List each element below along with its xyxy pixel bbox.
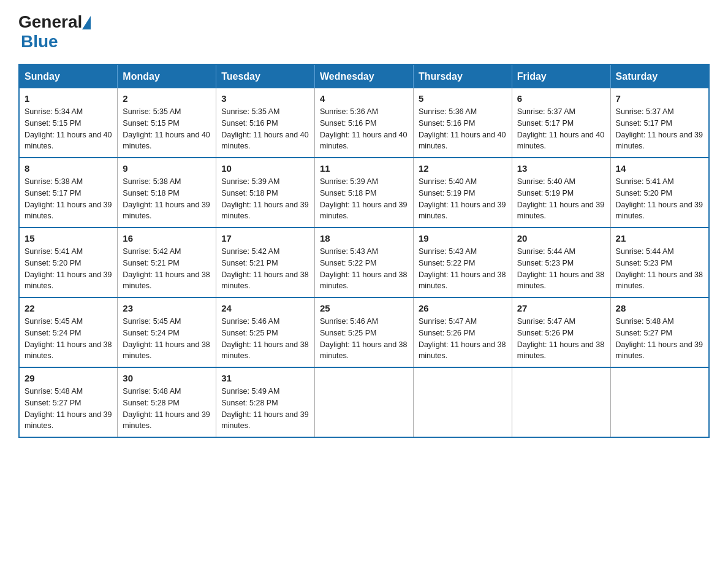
calendar-header-sunday: Sunday bbox=[19, 64, 118, 88]
day-number: 21 bbox=[616, 233, 703, 243]
calendar-cell: 6 Sunrise: 5:37 AMSunset: 5:17 PMDayligh… bbox=[512, 88, 610, 158]
day-info: Sunrise: 5:41 AMSunset: 5:20 PMDaylight:… bbox=[25, 246, 112, 292]
logo-blue-text: Blue bbox=[21, 32, 58, 51]
calendar-cell: 1 Sunrise: 5:34 AMSunset: 5:15 PMDayligh… bbox=[19, 88, 118, 158]
day-info: Sunrise: 5:47 AMSunset: 5:26 PMDaylight:… bbox=[419, 316, 507, 362]
day-number: 27 bbox=[517, 303, 605, 313]
calendar-cell: 25 Sunrise: 5:46 AMSunset: 5:25 PMDaylig… bbox=[315, 297, 414, 367]
day-number: 15 bbox=[25, 233, 112, 243]
day-number: 20 bbox=[517, 233, 605, 243]
day-info: Sunrise: 5:48 AMSunset: 5:27 PMDaylight:… bbox=[616, 316, 703, 362]
day-info: Sunrise: 5:36 AMSunset: 5:16 PMDaylight:… bbox=[320, 106, 408, 152]
day-number: 3 bbox=[221, 93, 309, 104]
day-number: 2 bbox=[123, 93, 211, 104]
day-info: Sunrise: 5:40 AMSunset: 5:19 PMDaylight:… bbox=[517, 176, 605, 222]
logo-general-text: General bbox=[18, 12, 82, 32]
day-info: Sunrise: 5:47 AMSunset: 5:26 PMDaylight:… bbox=[517, 316, 605, 362]
calendar-cell: 14 Sunrise: 5:41 AMSunset: 5:20 PMDaylig… bbox=[610, 158, 709, 228]
day-info: Sunrise: 5:44 AMSunset: 5:23 PMDaylight:… bbox=[616, 246, 703, 292]
day-info: Sunrise: 5:35 AMSunset: 5:16 PMDaylight:… bbox=[221, 106, 309, 152]
day-info: Sunrise: 5:48 AMSunset: 5:28 PMDaylight:… bbox=[123, 386, 211, 432]
calendar-cell: 11 Sunrise: 5:39 AMSunset: 5:18 PMDaylig… bbox=[315, 158, 414, 228]
calendar-cell: 12 Sunrise: 5:40 AMSunset: 5:19 PMDaylig… bbox=[413, 158, 512, 228]
day-number: 26 bbox=[419, 303, 507, 313]
day-number: 23 bbox=[123, 303, 211, 313]
calendar-cell: 8 Sunrise: 5:38 AMSunset: 5:17 PMDayligh… bbox=[19, 158, 118, 228]
day-info: Sunrise: 5:42 AMSunset: 5:21 PMDaylight:… bbox=[221, 246, 309, 292]
calendar-week-row: 8 Sunrise: 5:38 AMSunset: 5:17 PMDayligh… bbox=[19, 158, 709, 228]
day-info: Sunrise: 5:39 AMSunset: 5:18 PMDaylight:… bbox=[320, 176, 408, 222]
calendar-cell: 15 Sunrise: 5:41 AMSunset: 5:20 PMDaylig… bbox=[19, 228, 118, 297]
calendar-header-tuesday: Tuesday bbox=[216, 64, 315, 88]
day-info: Sunrise: 5:43 AMSunset: 5:22 PMDaylight:… bbox=[320, 246, 408, 292]
day-number: 14 bbox=[616, 163, 703, 174]
day-info: Sunrise: 5:45 AMSunset: 5:24 PMDaylight:… bbox=[123, 316, 211, 362]
day-number: 31 bbox=[221, 373, 309, 383]
day-info: Sunrise: 5:42 AMSunset: 5:21 PMDaylight:… bbox=[123, 246, 211, 292]
day-info: Sunrise: 5:37 AMSunset: 5:17 PMDaylight:… bbox=[616, 106, 703, 152]
calendar-week-row: 1 Sunrise: 5:34 AMSunset: 5:15 PMDayligh… bbox=[19, 88, 709, 158]
day-info: Sunrise: 5:35 AMSunset: 5:15 PMDaylight:… bbox=[123, 106, 211, 152]
day-number: 10 bbox=[221, 163, 309, 174]
calendar-cell: 16 Sunrise: 5:42 AMSunset: 5:21 PMDaylig… bbox=[118, 228, 216, 297]
calendar-cell: 10 Sunrise: 5:39 AMSunset: 5:18 PMDaylig… bbox=[216, 158, 315, 228]
day-info: Sunrise: 5:44 AMSunset: 5:23 PMDaylight:… bbox=[517, 246, 605, 292]
calendar-header-saturday: Saturday bbox=[610, 64, 709, 88]
calendar-cell: 26 Sunrise: 5:47 AMSunset: 5:26 PMDaylig… bbox=[413, 297, 512, 367]
day-info: Sunrise: 5:46 AMSunset: 5:25 PMDaylight:… bbox=[221, 316, 309, 362]
calendar-cell: 18 Sunrise: 5:43 AMSunset: 5:22 PMDaylig… bbox=[315, 228, 414, 297]
calendar-cell: 4 Sunrise: 5:36 AMSunset: 5:16 PMDayligh… bbox=[315, 88, 414, 158]
calendar-cell: 20 Sunrise: 5:44 AMSunset: 5:23 PMDaylig… bbox=[512, 228, 610, 297]
calendar-cell: 30 Sunrise: 5:48 AMSunset: 5:28 PMDaylig… bbox=[118, 367, 216, 437]
calendar-week-row: 15 Sunrise: 5:41 AMSunset: 5:20 PMDaylig… bbox=[19, 228, 709, 297]
calendar-cell: 23 Sunrise: 5:45 AMSunset: 5:24 PMDaylig… bbox=[118, 297, 216, 367]
day-number: 24 bbox=[221, 303, 309, 313]
day-number: 17 bbox=[221, 233, 309, 243]
day-number: 6 bbox=[517, 93, 605, 104]
calendar-cell: 9 Sunrise: 5:38 AMSunset: 5:18 PMDayligh… bbox=[118, 158, 216, 228]
day-number: 4 bbox=[320, 93, 408, 104]
calendar-header-friday: Friday bbox=[512, 64, 610, 88]
calendar-cell: 5 Sunrise: 5:36 AMSunset: 5:16 PMDayligh… bbox=[413, 88, 512, 158]
calendar-week-row: 22 Sunrise: 5:45 AMSunset: 5:24 PMDaylig… bbox=[19, 297, 709, 367]
day-info: Sunrise: 5:41 AMSunset: 5:20 PMDaylight:… bbox=[616, 176, 703, 222]
calendar-cell: 27 Sunrise: 5:47 AMSunset: 5:26 PMDaylig… bbox=[512, 297, 610, 367]
day-info: Sunrise: 5:40 AMSunset: 5:19 PMDaylight:… bbox=[419, 176, 507, 222]
logo-triangle-icon bbox=[82, 16, 91, 29]
day-info: Sunrise: 5:38 AMSunset: 5:18 PMDaylight:… bbox=[123, 176, 211, 222]
calendar-table: SundayMondayTuesdayWednesdayThursdayFrid… bbox=[18, 64, 710, 438]
day-info: Sunrise: 5:37 AMSunset: 5:17 PMDaylight:… bbox=[517, 106, 605, 152]
calendar-cell: 24 Sunrise: 5:46 AMSunset: 5:25 PMDaylig… bbox=[216, 297, 315, 367]
day-info: Sunrise: 5:36 AMSunset: 5:16 PMDaylight:… bbox=[419, 106, 507, 152]
day-number: 5 bbox=[419, 93, 507, 104]
day-info: Sunrise: 5:48 AMSunset: 5:27 PMDaylight:… bbox=[25, 386, 112, 432]
calendar-cell: 19 Sunrise: 5:43 AMSunset: 5:22 PMDaylig… bbox=[413, 228, 512, 297]
day-number: 29 bbox=[25, 373, 112, 383]
calendar-cell: 22 Sunrise: 5:45 AMSunset: 5:24 PMDaylig… bbox=[19, 297, 118, 367]
day-number: 7 bbox=[616, 93, 703, 104]
calendar-cell: 2 Sunrise: 5:35 AMSunset: 5:15 PMDayligh… bbox=[118, 88, 216, 158]
calendar-cell: 17 Sunrise: 5:42 AMSunset: 5:21 PMDaylig… bbox=[216, 228, 315, 297]
calendar-cell: 28 Sunrise: 5:48 AMSunset: 5:27 PMDaylig… bbox=[610, 297, 709, 367]
calendar-cell: 31 Sunrise: 5:49 AMSunset: 5:28 PMDaylig… bbox=[216, 367, 315, 437]
day-info: Sunrise: 5:43 AMSunset: 5:22 PMDaylight:… bbox=[419, 246, 507, 292]
day-number: 1 bbox=[25, 93, 112, 104]
calendar-header-thursday: Thursday bbox=[413, 64, 512, 88]
calendar-cell: 21 Sunrise: 5:44 AMSunset: 5:23 PMDaylig… bbox=[610, 228, 709, 297]
calendar-cell bbox=[315, 367, 414, 437]
day-info: Sunrise: 5:45 AMSunset: 5:24 PMDaylight:… bbox=[25, 316, 112, 362]
day-number: 30 bbox=[123, 373, 211, 383]
calendar-cell bbox=[610, 367, 709, 437]
day-number: 18 bbox=[320, 233, 408, 243]
day-info: Sunrise: 5:46 AMSunset: 5:25 PMDaylight:… bbox=[320, 316, 408, 362]
calendar-cell: 29 Sunrise: 5:48 AMSunset: 5:27 PMDaylig… bbox=[19, 367, 118, 437]
calendar-cell bbox=[512, 367, 610, 437]
calendar-cell: 13 Sunrise: 5:40 AMSunset: 5:19 PMDaylig… bbox=[512, 158, 610, 228]
day-number: 9 bbox=[123, 163, 211, 174]
calendar-week-row: 29 Sunrise: 5:48 AMSunset: 5:27 PMDaylig… bbox=[19, 367, 709, 437]
day-number: 22 bbox=[25, 303, 112, 313]
calendar-cell bbox=[413, 367, 512, 437]
day-info: Sunrise: 5:38 AMSunset: 5:17 PMDaylight:… bbox=[25, 176, 112, 222]
page-header: General Blue bbox=[18, 12, 710, 52]
day-number: 13 bbox=[517, 163, 605, 174]
